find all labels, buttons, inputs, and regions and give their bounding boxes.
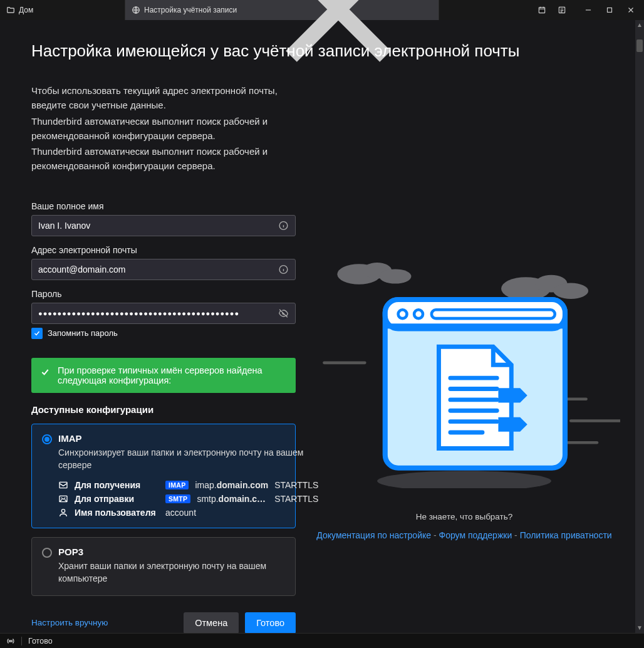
imap-incoming-row: Для получения IMAP imap.domain.com START…: [58, 480, 318, 490]
link-privacy[interactable]: Политика приватности: [520, 530, 612, 540]
config-pop3[interactable]: POP3 Хранит ваши папки и электронную поч…: [31, 537, 296, 596]
done-button[interactable]: Готово: [245, 612, 296, 633]
manual-config-link[interactable]: Настроить вручную: [31, 618, 108, 627]
status-text: Готово: [28, 637, 53, 645]
tab-home[interactable]: Дом: [0, 0, 125, 20]
maximize-icon[interactable]: [605, 6, 614, 14]
name-input-wrap[interactable]: [31, 215, 296, 236]
radio-pop3[interactable]: [42, 548, 52, 558]
imap-outgoing-row: Для отправки SMTP smtp.domain.c… STARTTL…: [58, 494, 318, 504]
remember-checkbox[interactable]: [31, 328, 43, 339]
link-doc[interactable]: Документация по настройке: [316, 530, 431, 540]
email-input-wrap[interactable]: [31, 259, 296, 280]
name-label: Ваше полное имя: [31, 201, 296, 211]
svg-rect-17: [569, 419, 620, 422]
window-close-icon[interactable]: [626, 6, 635, 14]
info-icon[interactable]: [278, 220, 289, 231]
tab-home-label: Дом: [19, 6, 33, 14]
email-label: Адрес электронной почты: [31, 245, 296, 255]
send-icon: [58, 494, 68, 504]
imap-username-row: Имя пользователя account: [58, 508, 318, 518]
titlebar: Дом Настройка учётной записи: [0, 0, 644, 20]
config-imap[interactable]: IMAP Синхронизирует ваши папки и электро…: [31, 424, 296, 529]
titlebar-tools: [538, 0, 571, 20]
illustration: [308, 249, 620, 488]
svg-rect-1: [539, 8, 544, 13]
svg-rect-22: [385, 323, 565, 328]
success-alert: При проверке типичных имён серверов найд…: [31, 358, 296, 393]
globe-icon: [132, 6, 140, 14]
help-question: Не знаете, что выбрать?: [308, 512, 620, 521]
tab-account-setup[interactable]: Настройка учётной записи: [125, 0, 439, 20]
svg-point-19: [377, 471, 551, 488]
inbox-icon: [58, 480, 68, 490]
connection-icon[interactable]: [6, 637, 15, 645]
svg-rect-27: [449, 387, 499, 391]
scrollbar-thumb[interactable]: [636, 39, 643, 52]
scroll-down-icon[interactable]: ▼: [636, 624, 643, 632]
radio-imap[interactable]: [42, 434, 52, 444]
svg-rect-3: [608, 8, 612, 13]
page-title: Настройка имеющейся у вас учётной записи…: [31, 41, 644, 61]
email-input[interactable]: [38, 264, 274, 274]
intro-text: Чтобы использовать текущий адрес электро…: [31, 83, 296, 174]
calendar-icon[interactable]: [538, 6, 546, 14]
link-forum[interactable]: Форум поддержки: [439, 530, 512, 540]
password-label: Пароль: [31, 289, 296, 299]
tab-setup-label: Настройка учётной записи: [144, 6, 237, 14]
svg-rect-30: [449, 419, 499, 424]
svg-rect-29: [449, 409, 499, 413]
eye-off-icon[interactable]: [278, 308, 289, 319]
statusbar: Готово: [0, 633, 644, 648]
scroll-up-icon[interactable]: ▲: [636, 21, 643, 29]
pop3-title: POP3: [58, 546, 285, 557]
configs-title: Доступные конфигурации: [31, 404, 296, 415]
svg-rect-28: [449, 397, 499, 402]
scrollbar[interactable]: ▲ ▼: [635, 20, 644, 633]
window-controls: [571, 0, 644, 20]
svg-rect-31: [449, 431, 485, 435]
svg-point-14: [553, 283, 588, 298]
svg-rect-26: [449, 376, 499, 380]
password-input[interactable]: [38, 310, 274, 317]
tasks-icon[interactable]: [558, 6, 566, 14]
svg-rect-6: [60, 482, 67, 488]
folder-icon: [6, 6, 15, 14]
imap-title: IMAP: [58, 433, 318, 444]
svg-point-8: [61, 510, 65, 513]
main-area: ▲ ▼ Настройка имеющейся у вас учётной за…: [0, 20, 644, 633]
svg-point-32: [10, 640, 11, 641]
user-icon: [58, 508, 68, 518]
svg-rect-15: [323, 362, 366, 365]
info-icon[interactable]: [278, 264, 289, 275]
name-input[interactable]: [38, 221, 274, 231]
remember-label: Запомнить пароль: [48, 328, 118, 338]
imap-desc: Синхронизирует ваши папки и электронную …: [58, 446, 318, 472]
minimize-icon[interactable]: [584, 6, 593, 14]
help-links: Документация по настройке - Форум поддер…: [308, 530, 620, 540]
check-icon: [40, 367, 50, 377]
svg-point-11: [380, 269, 412, 283]
pop3-desc: Хранит ваши папки и электронную почту на…: [58, 560, 285, 585]
cancel-button[interactable]: Отмена: [184, 612, 239, 633]
password-input-wrap[interactable]: [31, 303, 296, 324]
